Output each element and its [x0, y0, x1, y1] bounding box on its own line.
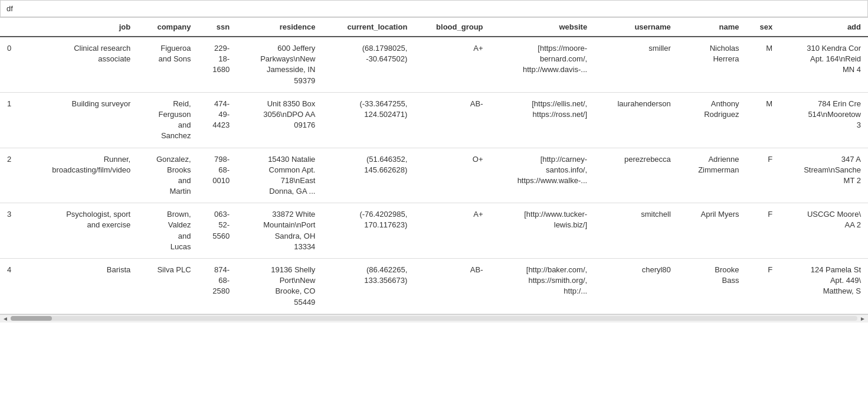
- cell-0-job: Clinical research associate: [23, 37, 138, 92]
- cell-3-website: [http://www.tucker- lewis.biz/]: [490, 203, 595, 259]
- cell-2-address: 347 A Stream\nSanche MT 2: [779, 148, 868, 203]
- cell-4-current_location: (86.462265, 133.356673): [322, 259, 414, 314]
- cell-2-current_location: (51.646352, 145.662628): [322, 148, 414, 203]
- col-header-index: [0, 18, 23, 37]
- table-row: 0Clinical research associateFigueroa and…: [0, 37, 868, 92]
- cell-2-job: Runner, broadcasting/film/video: [23, 148, 138, 203]
- scrollbar-container[interactable]: ◄ ►: [0, 314, 868, 323]
- cell-4-job: Barista: [23, 259, 138, 314]
- cell-3-index: 3: [0, 203, 23, 259]
- cell-2-username: perezrebecca: [594, 148, 678, 203]
- cell-3-address: USCGC Moore\ AA 2: [779, 203, 868, 259]
- col-header-residence: residence: [237, 18, 322, 37]
- cell-2-blood_group: O+: [414, 148, 490, 203]
- col-header-job: job: [23, 18, 138, 37]
- cell-3-blood_group: A+: [414, 203, 490, 259]
- col-header-name: name: [678, 18, 746, 37]
- col-header-ssn: ssn: [198, 18, 237, 37]
- cell-4-ssn: 874- 68- 2580: [198, 259, 237, 314]
- cell-2-name: Adrienne Zimmerman: [678, 148, 746, 203]
- cell-1-address: 784 Erin Cre 514\nMooretow 3: [779, 92, 868, 148]
- cell-1-sex: M: [746, 92, 780, 148]
- cell-4-website: [http://baker.com/, https://smith.org/, …: [490, 259, 595, 314]
- cell-2-ssn: 798- 68- 0010: [198, 148, 237, 203]
- cell-4-company: Silva PLC: [137, 259, 198, 314]
- cell-0-ssn: 229- 18- 1680: [198, 37, 237, 92]
- cell-0-sex: M: [746, 37, 780, 92]
- df-label: df: [6, 4, 13, 13]
- scroll-left-arrow[interactable]: ◄: [2, 315, 8, 322]
- cell-0-username: smiller: [594, 37, 678, 92]
- col-header-sex: sex: [746, 18, 780, 37]
- cell-3-username: smitchell: [594, 203, 678, 259]
- col-header-current-location: current_location: [322, 18, 414, 37]
- table-header-row: job company ssn residence current_locati…: [0, 18, 868, 37]
- cell-4-blood_group: AB-: [414, 259, 490, 314]
- col-header-blood-group: blood_group: [414, 18, 490, 37]
- cell-0-blood_group: A+: [414, 37, 490, 92]
- cell-0-current_location: (68.1798025, -30.647502): [322, 37, 414, 92]
- cell-1-job: Building surveyor: [23, 92, 138, 148]
- cell-3-name: April Myers: [678, 203, 746, 259]
- cell-3-job: Psychologist, sport and exercise: [23, 203, 138, 259]
- cell-4-address: 124 Pamela St Apt. 449\ Matthew, S: [779, 259, 868, 314]
- scrollbar-thumb[interactable]: [11, 316, 52, 321]
- cell-2-index: 2: [0, 148, 23, 203]
- cell-1-company: Reid, Ferguson and Sanchez: [137, 92, 198, 148]
- cell-0-residence: 600 Jeffery Parkways\nNew Jamesside, IN …: [237, 37, 322, 92]
- cell-0-address: 310 Kendra Cor Apt. 164\nReid MN 4: [779, 37, 868, 92]
- cell-4-index: 4: [0, 259, 23, 314]
- cell-3-sex: F: [746, 203, 780, 259]
- cell-4-residence: 19136 Shelly Port\nNew Brooke, CO 55449: [237, 259, 322, 314]
- cell-1-index: 1: [0, 92, 23, 148]
- cell-3-residence: 33872 White Mountain\nPort Sandra, OH 13…: [237, 203, 322, 259]
- col-header-address: add: [779, 18, 868, 37]
- cell-1-blood_group: AB-: [414, 92, 490, 148]
- cell-0-name: Nicholas Herrera: [678, 37, 746, 92]
- scrollbar-track[interactable]: [11, 316, 857, 321]
- cell-1-residence: Unit 8350 Box 3056\nDPO AA 09176: [237, 92, 322, 148]
- cell-4-name: Brooke Bass: [678, 259, 746, 314]
- col-header-website: website: [490, 18, 595, 37]
- cell-0-company: Figueroa and Sons: [137, 37, 198, 92]
- top-bar: df: [0, 0, 868, 17]
- cell-1-website: [https://ellis.net/, https://ross.net/]: [490, 92, 595, 148]
- cell-3-company: Brown, Valdez and Lucas: [137, 203, 198, 259]
- table-row: 3Psychologist, sport and exerciseBrown, …: [0, 203, 868, 259]
- cell-2-sex: F: [746, 148, 780, 203]
- cell-0-index: 0: [0, 37, 23, 92]
- cell-3-current_location: (-76.4202985, 170.117623): [322, 203, 414, 259]
- table-wrapper[interactable]: job company ssn residence current_locati…: [0, 17, 868, 314]
- table-row: 1Building surveyorReid, Ferguson and San…: [0, 92, 868, 148]
- cell-1-current_location: (-33.3647255, 124.502471): [322, 92, 414, 148]
- cell-0-website: [https://moore- bernard.com/, http://www…: [490, 37, 595, 92]
- cell-4-sex: F: [746, 259, 780, 314]
- col-header-company: company: [137, 18, 198, 37]
- cell-2-website: [http://carney- santos.info/, https://ww…: [490, 148, 595, 203]
- scroll-right-arrow[interactable]: ►: [860, 315, 866, 322]
- cell-3-ssn: 063- 52- 5560: [198, 203, 237, 259]
- cell-1-username: laurahenderson: [594, 92, 678, 148]
- cell-1-name: Anthony Rodriguez: [678, 92, 746, 148]
- col-header-username: username: [594, 18, 678, 37]
- cell-2-company: Gonzalez, Brooks and Martin: [137, 148, 198, 203]
- data-table: job company ssn residence current_locati…: [0, 18, 868, 314]
- table-row: 4BaristaSilva PLC874- 68- 258019136 Shel…: [0, 259, 868, 314]
- cell-1-ssn: 474- 49- 4423: [198, 92, 237, 148]
- table-row: 2Runner, broadcasting/film/videoGonzalez…: [0, 148, 868, 203]
- cell-4-username: cheryl80: [594, 259, 678, 314]
- cell-2-residence: 15430 Natalie Common Apt. 718\nEast Donn…: [237, 148, 322, 203]
